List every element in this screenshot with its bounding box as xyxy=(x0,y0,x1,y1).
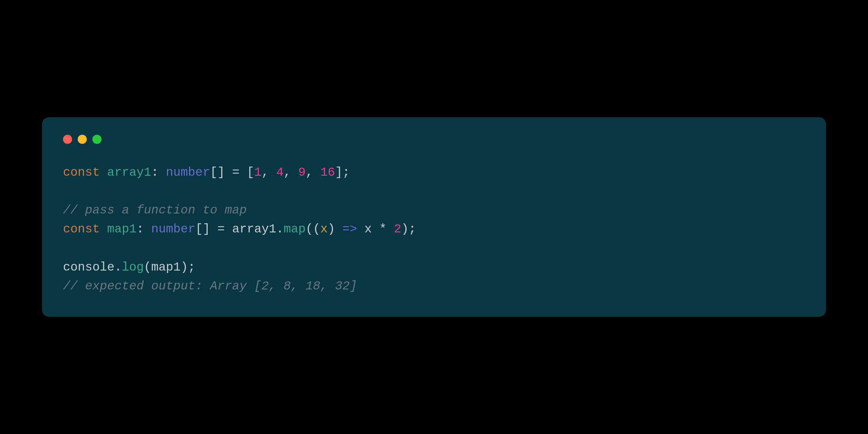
code-line-7: // expected output: Array [2, 8, 18, 32] xyxy=(63,277,805,296)
param-x-ref: x xyxy=(364,222,372,236)
number-literal: 1 xyxy=(254,166,261,180)
identifier-map1-ref: map1 xyxy=(151,260,181,274)
type-number: number xyxy=(151,222,195,236)
code-line-2 xyxy=(63,182,805,201)
number-literal: 2 xyxy=(394,222,401,236)
number-literal: 4 xyxy=(276,166,284,180)
identifier-array1: array1 xyxy=(107,166,151,180)
code-line-3: // pass a function to map xyxy=(63,201,805,220)
type-number: number xyxy=(166,166,210,180)
param-x: x xyxy=(320,222,328,236)
comment: // pass a function to map xyxy=(63,203,247,217)
keyword-const: const xyxy=(63,166,100,180)
minimize-button[interactable] xyxy=(78,135,87,144)
number-literal: 16 xyxy=(320,166,335,180)
window-controls xyxy=(63,135,805,144)
identifier-map1: map1 xyxy=(107,222,136,236)
comment: // expected output: Array [2, 8, 18, 32] xyxy=(63,279,357,293)
code-editor[interactable]: const array1: number[] = [1, 4, 9, 16];/… xyxy=(63,163,805,296)
code-line-4: const map1: number[] = array1.map((x) =>… xyxy=(63,220,805,239)
code-line-5 xyxy=(63,239,805,258)
maximize-button[interactable] xyxy=(92,135,102,144)
number-literal: 9 xyxy=(298,166,306,180)
keyword-const: const xyxy=(63,222,100,236)
code-line-1: const array1: number[] = [1, 4, 9, 16]; xyxy=(63,163,805,182)
method-log: log xyxy=(122,260,144,274)
arrow-operator: => xyxy=(342,222,357,236)
identifier-console: console xyxy=(63,260,114,274)
code-window: const array1: number[] = [1, 4, 9, 16];/… xyxy=(42,117,826,317)
close-button[interactable] xyxy=(63,135,72,144)
code-line-6: console.log(map1); xyxy=(63,258,805,277)
method-map: map xyxy=(284,222,306,236)
identifier-array1-ref: array1 xyxy=(232,222,276,236)
